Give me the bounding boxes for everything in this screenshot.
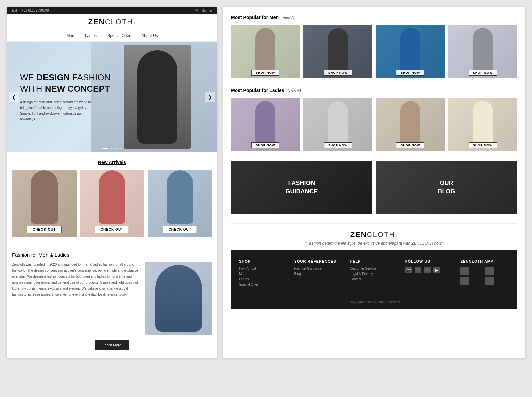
hero-person-image	[124, 45, 191, 149]
footer-special-offer[interactable]: Special Offer	[239, 283, 288, 286]
phone-text: +62 81239898398	[22, 9, 49, 12]
nav-special-offer[interactable]: Special Offer	[107, 33, 130, 38]
footer-blog[interactable]: Blog	[294, 272, 343, 276]
fashion-guidance-text: FASHIONGUIDANCE	[285, 179, 318, 196]
ladies-shop-now-2[interactable]: SHOP NOW	[324, 142, 352, 148]
qr-code-1	[460, 267, 469, 275]
hero-content: WE DESIGN FASHION WITH NEW CONCEPT A des…	[7, 72, 124, 122]
arrival-card-3: CHECK OUT	[148, 170, 212, 237]
dot-2[interactable]	[110, 148, 112, 149]
ladies-products-grid: SHOP NOW SHOP NOW SHOP NOW SHOP NOW	[231, 98, 517, 151]
slider-dots	[102, 148, 122, 149]
men-shop-now-1[interactable]: SHOP NOW	[251, 70, 279, 76]
footer-social: 📷 f 𝕏 ▶	[405, 267, 454, 273]
footer-shop-title: SHOP	[239, 259, 288, 263]
twitter-icon[interactable]: 𝕏	[424, 267, 431, 273]
footer-men[interactable]: Men	[239, 272, 288, 276]
our-blog-banner[interactable]: OURBLOG	[376, 161, 517, 214]
footer-follow-col: FOLLOW US 📷 f 𝕏 ▶	[405, 259, 454, 288]
checkout-button-3[interactable]: CHECK OUT	[163, 226, 197, 233]
facebook-icon[interactable]: f	[415, 267, 421, 273]
checkout-button-2[interactable]: CHECK OUT	[95, 226, 129, 233]
slider-prev-button[interactable]: ❮	[9, 92, 19, 102]
fashion-section-title: Fashion for Men & Ladies	[12, 252, 212, 258]
hero-title: WE DESIGN FASHION WITH NEW CONCEPT	[20, 72, 110, 95]
arrivals-grid: CHECK OUT CHECK OUT CHECK OUT	[7, 170, 217, 244]
brand-tagline: "Fashion determine life style, be exclus…	[231, 241, 517, 246]
ladies-product-1: SHOP NOW	[231, 98, 300, 151]
slider-next-button[interactable]: ❯	[205, 92, 215, 102]
qr-code-2	[485, 267, 494, 275]
arrival-card-2: CHECK OUT	[80, 170, 145, 237]
men-shop-now-2[interactable]: SHOP NOW	[324, 70, 352, 76]
qr-code-3	[460, 277, 469, 285]
fashion-section-text: Zencloth was founded in 2020 and intende…	[12, 262, 139, 298]
footer-contact[interactable]: Contact	[350, 277, 398, 281]
nav-about-us[interactable]: About Us	[141, 33, 158, 38]
arrival-card-1: CHECK OUT	[12, 170, 77, 237]
nav-men[interactable]: Men	[66, 33, 74, 38]
men-product-1: SHOP NOW	[231, 25, 300, 78]
ladies-view-all[interactable]: View All	[288, 88, 301, 92]
dot-3[interactable]	[114, 148, 117, 149]
copyright-text: Copyright ©2020 All right reserved	[349, 300, 400, 304]
footer-logo: ZENCLOTH.	[231, 230, 517, 239]
fashion-section: Fashion for Men & Ladies Zencloth was fo…	[7, 244, 217, 358]
youtube-icon[interactable]: ▶	[433, 267, 440, 273]
logo-cloth: CLOTH.	[105, 18, 136, 26]
banners-grid: FASHIONGUIDANCE OURBLOG	[231, 161, 517, 214]
men-product-4: SHOP NOW	[448, 25, 518, 78]
footer-ladies[interactable]: Ladies	[239, 277, 288, 281]
fashion-couple-image	[145, 262, 212, 335]
hero-description: A design for men and ladies around the w…	[20, 99, 94, 122]
ladies-shop-now-4[interactable]: SHOP NOW	[469, 142, 497, 148]
ladies-product-3: SHOP NOW	[376, 98, 445, 151]
logo-zen: ZEN	[88, 18, 105, 26]
footer-customer-service[interactable]: Customer Service	[350, 267, 398, 270]
app-qr-codes	[460, 267, 509, 285]
footer-help-title: HELP	[350, 259, 398, 263]
men-shop-now-4[interactable]: SHOP NOW	[469, 70, 497, 76]
brand-section: ZENCLOTH. "Fashion determine life style,…	[231, 223, 517, 249]
footer-app-title: ZENCLOTH APP	[460, 259, 509, 263]
footer-legal-privacy[interactable]: Legal & Privacy	[350, 272, 398, 276]
fashion-guidance-banner[interactable]: FASHIONGUIDANCE	[231, 161, 372, 214]
instagram-icon[interactable]: 📷	[405, 267, 412, 273]
qr-code-4	[485, 277, 494, 285]
new-arrivals-title: New Arrivals	[7, 152, 217, 170]
footer-bottom: Copyright ©2020 All right reserved	[239, 296, 509, 304]
footer-fashion-guidance[interactable]: Fashion Guidance	[294, 267, 343, 270]
ladies-section-title: Most Popular for Ladies View All	[231, 88, 517, 93]
dot-1[interactable]	[102, 148, 108, 149]
footer-help-col: HELP Customer Service Legal & Privacy Co…	[350, 259, 398, 288]
dot-4[interactable]	[119, 148, 122, 149]
ladies-shop-now-1[interactable]: SHOP NOW	[251, 142, 279, 148]
men-shop-now-3[interactable]: SHOP NOW	[396, 70, 424, 76]
men-view-all[interactable]: View All	[283, 15, 295, 19]
men-section-title: Most Popular for Men View All	[231, 15, 517, 20]
cart-icon[interactable]: 🛒	[195, 9, 199, 12]
learn-more-button[interactable]: Learn More	[95, 340, 129, 350]
top-bar: Bali +62 81239898398 🛒 Sign in	[7, 7, 217, 14]
main-header: ZENCLOTH.	[7, 14, 217, 30]
footer-follow-title: FOLLOW US	[405, 259, 454, 263]
nav-ladies[interactable]: Ladies	[85, 33, 97, 38]
men-product-3: SHOP NOW	[376, 25, 445, 78]
footer-new-arrival[interactable]: New Arrival	[239, 267, 288, 270]
men-products-grid: SHOP NOW SHOP NOW SHOP NOW SHOP NOW	[231, 25, 517, 78]
footer-logo-zen: ZEN	[350, 230, 367, 239]
footer-references-col: YOUR REFERENCES Fashion Guidance Blog	[294, 259, 343, 288]
footer-grid: SHOP New Arrival Men Ladies Special Offe…	[239, 259, 509, 288]
checkout-button-1[interactable]: CHECK OUT	[27, 226, 61, 233]
our-blog-text: OURBLOG	[438, 179, 455, 196]
footer-shop-col: SHOP New Arrival Men Ladies Special Offe…	[239, 259, 288, 288]
ladies-product-2: SHOP NOW	[303, 98, 373, 151]
footer-logo-cloth: CLOTH.	[367, 230, 398, 239]
logo[interactable]: ZENCLOTH.	[88, 18, 136, 26]
men-product-2: SHOP NOW	[303, 25, 373, 78]
ladies-shop-now-3[interactable]: SHOP NOW	[396, 142, 424, 148]
signin-link[interactable]: Sign in	[202, 9, 212, 12]
nav-bar: Men Ladies Special Offer About Us	[7, 30, 217, 42]
footer-references-title: YOUR REFERENCES	[294, 259, 343, 263]
footer-app-col: ZENCLOTH APP	[460, 259, 509, 288]
